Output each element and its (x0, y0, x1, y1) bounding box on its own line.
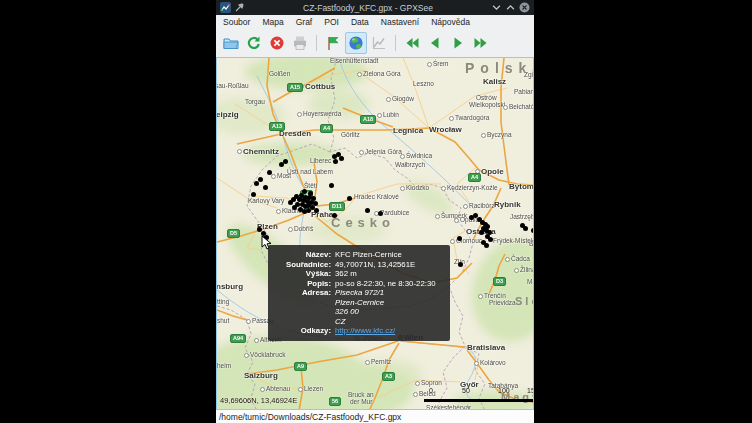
map-label-city: Kalisz (483, 78, 506, 85)
waypoint-dot[interactable] (333, 159, 338, 164)
chevron-down-icon (492, 3, 501, 12)
city-dot (454, 218, 459, 223)
scale-tick-label: 150 (527, 387, 534, 394)
map-label-city: Leszno (413, 80, 434, 87)
popup-field-label: Odkazy: (274, 326, 335, 336)
popup-row: Popis:po-so 8-22:30, ne 8:30-22:30 (274, 279, 444, 289)
maximize-button[interactable] (505, 2, 516, 13)
map-label-city: Byczyna (481, 131, 512, 138)
city-dot (359, 150, 364, 155)
map-label-city: Bruck an (348, 391, 374, 398)
close-file-button[interactable] (266, 32, 288, 54)
waypoint-dot[interactable] (484, 243, 489, 248)
status-bar: /home/tumic/Downloads/CZ-Fastfoody_KFC.g… (216, 410, 534, 423)
map-label-city: Prievidza (489, 299, 516, 306)
reload-file-icon (246, 35, 262, 51)
city-dot (413, 392, 418, 397)
menu-item-data[interactable]: Data (351, 17, 369, 27)
map-label-city: Mar (527, 278, 534, 285)
popup-field-value[interactable]: http://www.kfc.cz/ (335, 326, 444, 336)
waypoint-dot[interactable] (292, 205, 297, 210)
menu-item-mapa[interactable]: Mapa (262, 17, 283, 27)
map-label-city: Golßen (269, 70, 290, 77)
menu-item-soubor[interactable]: Soubor (223, 17, 250, 27)
show-graphs-button (368, 32, 390, 54)
map-view[interactable]: PolskaČeskoSlovenskoMagyarországEisenhüt… (216, 57, 534, 410)
map-label-city: Hradec Králové (354, 193, 399, 200)
map-label-city: Pernitz (365, 358, 391, 365)
waypoint-dot[interactable] (479, 230, 484, 235)
waypoint-dot[interactable] (531, 228, 534, 233)
waypoint-dot[interactable] (378, 211, 383, 216)
popup-field-label: Název: (274, 250, 335, 260)
waypoint-dot[interactable] (523, 226, 528, 231)
waypoint-dot[interactable] (263, 185, 268, 190)
map-label-city: eipzig (216, 111, 239, 118)
city-dot (400, 186, 405, 191)
menu-item-npovda[interactable]: Nápověda (431, 17, 470, 27)
app-icon-glyph (220, 2, 231, 13)
toolbar-separator (395, 35, 396, 51)
map-label-city: Görlitz (341, 131, 360, 138)
city-dot (505, 257, 510, 262)
city-dot (449, 116, 454, 121)
waypoint-dot[interactable] (254, 181, 259, 186)
waypoint-dot[interactable] (332, 213, 337, 218)
waypoint-dot[interactable] (457, 236, 462, 241)
waypoint-dot[interactable] (308, 191, 313, 196)
city-dot (435, 214, 440, 219)
menu-item-graf[interactable]: Graf (296, 17, 313, 27)
title-bar[interactable]: CZ-Fastfoody_KFC.gpx - GPXSee (216, 0, 534, 15)
city-dot (298, 387, 303, 392)
waypoint-dot[interactable] (314, 208, 319, 213)
first-file-button[interactable] (401, 32, 423, 54)
last-file-button[interactable] (470, 32, 492, 54)
menu-item-nastaven[interactable]: Nastavení (381, 17, 419, 27)
waypoint-dot[interactable] (283, 159, 288, 164)
minimize-button[interactable] (491, 2, 502, 13)
gpxsee-window: CZ-Fastfoody_KFC.gpx - GPXSee SouborMapa… (216, 0, 534, 423)
close-button[interactable] (519, 2, 530, 13)
reload-file-button[interactable] (243, 32, 265, 54)
waypoint-dot[interactable] (251, 192, 256, 197)
next-file-button[interactable] (447, 32, 469, 54)
map-label-city: Eisenhüttenstadt (330, 57, 378, 64)
toolbar-separator (316, 35, 317, 51)
waypoint-dot[interactable] (329, 183, 334, 188)
close-icon (519, 2, 530, 13)
waypoint-dot[interactable] (488, 237, 493, 242)
open-file-button[interactable] (220, 32, 242, 54)
prev-file-button[interactable] (424, 32, 446, 54)
waypoint-dot[interactable] (288, 200, 293, 205)
city-dot (244, 353, 249, 358)
waypoint-dot[interactable] (267, 170, 272, 175)
map-label-city: Kędzierzyn-Koźle (441, 184, 498, 191)
pin-icon[interactable] (234, 2, 245, 13)
waypoint-dot[interactable] (258, 177, 263, 182)
open-file-path: /home/tumic/Downloads/CZ-Fastfoody_KFC.g… (219, 412, 401, 422)
map-label-city: Székesfehérvár (426, 404, 471, 410)
city-dot (463, 204, 468, 209)
waypoint-dot[interactable] (365, 208, 370, 213)
map-label-city: tting (217, 298, 229, 305)
road-badge: A3 (382, 372, 395, 381)
city-dot (377, 113, 382, 118)
app-icon[interactable] (220, 2, 231, 13)
waypoint-dot[interactable] (347, 196, 352, 201)
map-label-city: nsburg (216, 283, 243, 290)
popup-row: Odkazy:http://www.kfc.cz/ (274, 326, 444, 336)
waypoint-dot[interactable] (458, 262, 463, 267)
map-label-city: Abtenau (260, 385, 290, 392)
show-poi-flag-button[interactable] (322, 32, 344, 54)
waypoint-dot[interactable] (313, 201, 318, 206)
map-label-city: Žilina (514, 266, 534, 273)
popup-link[interactable]: http://www.kfc.cz/ (335, 326, 395, 335)
waypoint-dot[interactable] (339, 156, 344, 161)
map-label-city: Wielkopolski (469, 101, 505, 108)
show-map-globe-button[interactable] (345, 32, 367, 54)
scale-tick-label: 50 (462, 387, 470, 394)
city-dot (237, 149, 242, 154)
map-label-city: Racibórz (463, 202, 495, 209)
menu-item-poi[interactable]: POI (324, 17, 339, 27)
waypoint-dot[interactable] (302, 189, 307, 194)
